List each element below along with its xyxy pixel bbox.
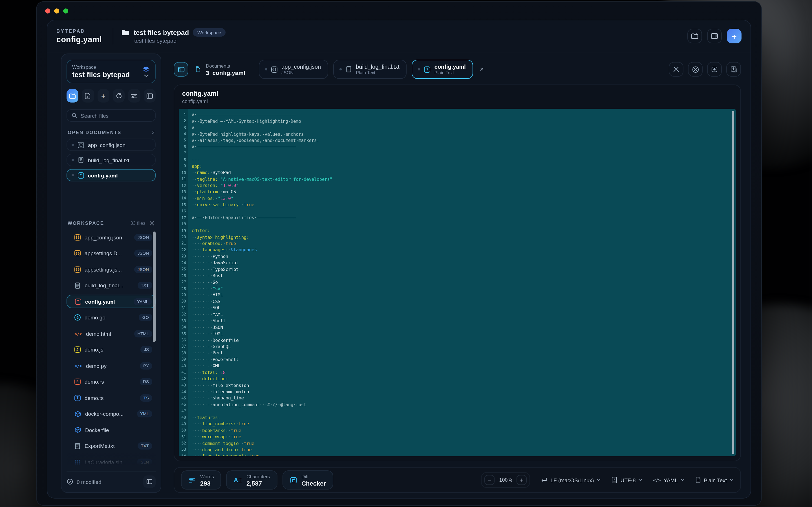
yaml-file-icon: Y: [424, 66, 430, 72]
code-text: ····find_in_document:·true: [192, 454, 259, 456]
close-window-button[interactable]: [45, 8, 50, 13]
check-circle-icon: [66, 478, 73, 485]
code-line: 18: [179, 221, 736, 228]
file-row[interactable]: LaCuradoria.slnSLN: [66, 455, 156, 467]
code-editor[interactable]: 1#·—————————————————————————————————————…: [179, 109, 736, 456]
filter-settings-button[interactable]: [128, 89, 140, 103]
chevron-down-icon: [597, 479, 601, 481]
syntax-select[interactable]: </> YAML: [653, 477, 684, 483]
file-row[interactable]: </>demo.pyPY: [66, 359, 156, 372]
code-line: 45······-·shebang_line: [179, 395, 736, 402]
code-text: ······-·GraphQL: [192, 344, 231, 349]
file-row[interactable]: Jdemo.jsJS: [66, 343, 156, 356]
file-row[interactable]: docker-compo...YML: [66, 407, 156, 420]
open-document-item[interactable]: Yconfig.yaml: [66, 169, 156, 181]
close-circle-icon: [692, 66, 699, 73]
code-text: ····detection:: [192, 376, 228, 381]
open-document-item[interactable]: {}app_config.json: [66, 138, 156, 151]
add-button[interactable]: +: [97, 89, 109, 103]
zoom-out-button[interactable]: −: [485, 475, 495, 485]
tab[interactable]: build_log_final.txtPlain Text: [333, 60, 407, 79]
save-all-button[interactable]: [726, 62, 741, 76]
code-text: ······-·Go: [192, 280, 218, 285]
word-count-icon: [188, 477, 196, 483]
file-name: demo.rs: [85, 379, 136, 385]
file-row[interactable]: Gdemo.goGO: [66, 311, 156, 324]
close-workspace-button[interactable]: [149, 221, 154, 226]
line-ending-select[interactable]: LF (macOS/Linux): [541, 477, 601, 483]
new-file-button[interactable]: [82, 89, 94, 103]
code-text: ··platform:·macOS: [192, 189, 236, 194]
zoom-window-button[interactable]: [63, 8, 68, 13]
close-tab-button[interactable]: ×: [480, 65, 484, 73]
close-document-button[interactable]: [669, 62, 683, 76]
refresh-button[interactable]: [113, 89, 125, 103]
workspace-header-block: test files bytepad Workspace test files …: [121, 28, 226, 44]
code-line: 24······-·JavaScript: [179, 260, 736, 266]
collapse-sidebar-button[interactable]: [143, 475, 156, 488]
file-row[interactable]: {}appsettings.D...JSON: [66, 246, 156, 260]
line-number: 24: [179, 261, 188, 265]
workspace-selector-name: test files bytepad: [72, 71, 130, 79]
toggle-panel-button[interactable]: [707, 29, 722, 43]
open-folder-button[interactable]: [66, 89, 79, 103]
toggle-sidebar-button[interactable]: [144, 89, 156, 103]
words-value: 293: [200, 480, 214, 487]
zoom-in-button[interactable]: +: [517, 475, 527, 485]
container-cube-icon: [74, 410, 81, 417]
chevron-down-icon: [144, 74, 149, 77]
file-row[interactable]: Dockerfile: [66, 423, 156, 437]
tab-bar: Documents 3 config.yaml {}app_config.jso…: [174, 60, 741, 79]
file-name: build_log_final....: [85, 282, 134, 288]
file-name: LaCuradoria.sln: [85, 459, 133, 465]
plus-icon: +: [101, 92, 105, 100]
file-row[interactable]: {}appsettings.js...JSON: [66, 263, 156, 276]
save-button[interactable]: [707, 62, 722, 76]
app-body: Workspace test files bytepad: [47, 52, 751, 498]
tab[interactable]: {}app_config.jsonJSON: [259, 60, 328, 79]
code-line: 54····find_in_document:·true: [179, 453, 736, 456]
line-number: 13: [179, 190, 188, 194]
file-row[interactable]: build_log_final....TXT: [66, 279, 156, 292]
tab[interactable]: Yconfig.yamlPlain Text: [412, 60, 473, 79]
editor-scrollbar[interactable]: [732, 111, 734, 454]
file-row[interactable]: </>demo.htmlHTML: [66, 327, 156, 340]
mode-select[interactable]: Plain Text: [695, 476, 733, 483]
new-document-button[interactable]: +: [727, 29, 742, 43]
code-text: ··version:·"1.0.0": [192, 183, 239, 188]
zoom-controls: − 100% +: [481, 472, 530, 488]
code-line: 28······-·"C#": [179, 286, 736, 292]
file-row[interactable]: ExportMe.txtTXT: [66, 439, 156, 453]
diff-checker-button[interactable]: Diff Checker: [282, 470, 333, 490]
code-line: 7: [179, 150, 736, 157]
search-input[interactable]: Search files: [66, 109, 156, 122]
code-text: ····drag_and_drop:·true: [192, 447, 252, 452]
sidebar-scrollbar[interactable]: [153, 231, 156, 342]
encoding-select[interactable]: A UTF-8: [612, 476, 643, 483]
yaml-file-icon: Y: [78, 172, 84, 178]
code-line: 37······-·GraphQL: [179, 344, 736, 350]
code-text: ······-·file_extension: [192, 383, 249, 388]
open-document-item[interactable]: build_log_final.txt: [66, 154, 156, 166]
code-line: 51····word_wrap:·true: [179, 434, 736, 440]
file-row[interactable]: Rdemo.rsRS: [66, 375, 156, 388]
code-line: 20··syntax_highlighting:: [179, 234, 736, 240]
new-folder-button[interactable]: [688, 29, 702, 43]
file-row[interactable]: {}app_config.jsonJSON: [66, 230, 156, 244]
close-all-button[interactable]: [688, 62, 703, 76]
code-text: ··syntax_highlighting:: [192, 235, 249, 240]
code-text: ······-·TOML: [192, 331, 223, 336]
workspace-file-count: 33 files: [130, 220, 146, 226]
code-line: 16: [179, 208, 736, 215]
code-line: 15··universal_binary:·true: [179, 202, 736, 208]
line-number: 16: [179, 209, 188, 214]
modified-count: 0 modified: [77, 478, 140, 485]
line-number: 36: [179, 338, 188, 342]
workspace-selector[interactable]: Workspace test files bytepad: [66, 60, 156, 83]
minimize-window-button[interactable]: [54, 8, 59, 13]
toggle-documents-panel-button[interactable]: [174, 62, 188, 76]
folder-plus-icon: [691, 33, 699, 40]
file-row[interactable]: Tdemo.tsTS: [66, 391, 156, 404]
file-row[interactable]: Yconfig.yamlYAML: [66, 295, 156, 308]
file-type-badge: YAML: [134, 298, 152, 305]
